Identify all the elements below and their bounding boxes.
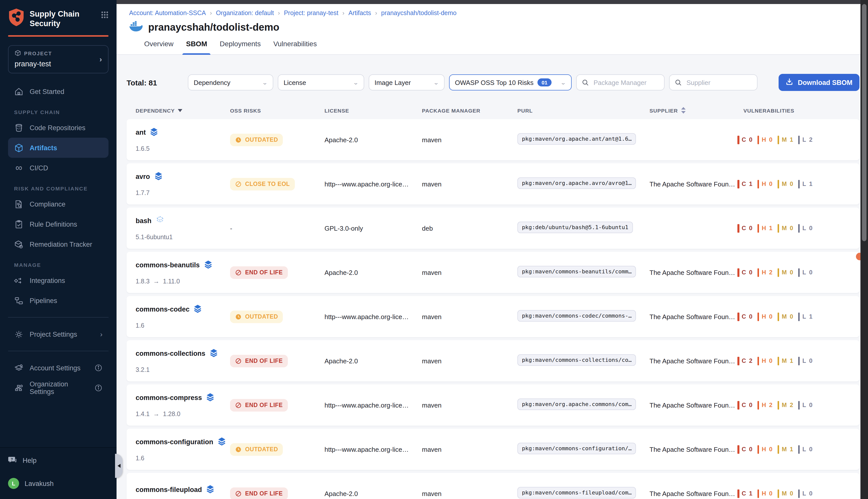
sidebar-item-code-repositories[interactable]: </>Code Repositories xyxy=(8,118,109,138)
breadcrumb-link[interactable]: Organization: default xyxy=(216,10,274,16)
severity-bar xyxy=(737,180,739,188)
slash-circle-icon xyxy=(235,490,241,497)
table-rows: ant 1.6.5 OUTDATED Apache-2.0 maven pkg:… xyxy=(127,119,859,499)
severity-bar xyxy=(737,445,739,453)
page-title: pranaycshah/todolist-demo xyxy=(148,22,279,33)
table-row[interactable]: ant 1.6.5 OUTDATED Apache-2.0 maven pkg:… xyxy=(127,119,859,160)
tab-sbom[interactable]: SBOM xyxy=(186,40,207,54)
sidebar-item-organization-settings[interactable]: Organization Settings xyxy=(8,378,109,398)
column-header-dependency[interactable]: DEPENDENCY xyxy=(136,107,230,113)
dependency-cell: commons-fileupload xyxy=(136,485,230,499)
breadcrumb-link[interactable]: Project: pranay-test xyxy=(284,10,338,16)
severity-letter: M xyxy=(782,136,786,143)
supplier-value: The Apache Software Foun… xyxy=(649,357,735,365)
oss-risk-badge: OUTDATED xyxy=(230,443,283,455)
sidebar-item-get-started[interactable]: Get Started xyxy=(8,82,109,101)
breadcrumb-link[interactable]: Artifacts xyxy=(348,10,371,16)
layers-icon xyxy=(206,393,214,403)
vuln-count-h: H2 xyxy=(757,268,772,277)
vuln-count-c: C1 xyxy=(737,489,753,498)
sidebar-item-ci-cd[interactable]: ∞CI/CD xyxy=(8,158,109,178)
sort-toggle-icon[interactable] xyxy=(681,107,685,113)
nav-item-label: Compliance xyxy=(30,200,65,208)
severity-count: 1 xyxy=(790,357,793,364)
table-row[interactable]: avro 1.7.7 CLOSE TO EOL http---www.apach… xyxy=(127,163,859,205)
oss-risk-badge: END OF LIFE xyxy=(230,354,288,367)
severity-letter: H xyxy=(762,490,766,497)
column-label: LICENSE xyxy=(324,107,349,113)
supplier-value: The Apache Software Foun… xyxy=(649,313,735,320)
dependency-version: 1.7.7 xyxy=(136,189,230,196)
vuln-count-h: H0 xyxy=(757,135,772,144)
version-from: 5.1-6ubuntu1 xyxy=(136,233,173,241)
user-item[interactable]: L Lavakush xyxy=(8,474,109,493)
severity-letter: L xyxy=(803,224,806,232)
severity-count: 0 xyxy=(809,357,813,364)
table-row[interactable]: commons-fileupload END OF LIFE Apache-2.… xyxy=(127,473,859,499)
breadcrumb-link[interactable]: pranaycshah/todolist-demo xyxy=(381,10,457,16)
filter-dropdown-dependency[interactable]: Dependency⌄ xyxy=(188,74,273,90)
vuln-count-c: C0 xyxy=(737,401,753,409)
scrollbar-track[interactable] xyxy=(860,0,868,499)
tab-deployments[interactable]: Deployments xyxy=(220,40,261,54)
layers-icon xyxy=(206,485,214,495)
sidebar-item-integrations[interactable]: Integrations xyxy=(8,270,109,291)
purl-cell: pkg:maven/commons-beanutils/comm… xyxy=(517,266,649,279)
sidebar-item-account-settings[interactable]: Account Settings xyxy=(8,358,109,378)
column-label: DEPENDENCY xyxy=(136,107,175,113)
download-sbom-button[interactable]: Download SBOM xyxy=(779,74,860,91)
column-header-supplier[interactable]: SUPPLIER xyxy=(649,107,743,113)
vuln-count-c: C0 xyxy=(737,224,753,232)
search-input[interactable] xyxy=(685,78,752,87)
divider xyxy=(8,351,109,351)
table-row[interactable]: commons-configuration 1.6 OUTDATED http-… xyxy=(127,429,859,470)
box-tag-icon xyxy=(14,240,24,249)
sidebar-item-artifacts[interactable]: Artifacts xyxy=(8,138,109,158)
filter-dropdown-image-layer[interactable]: Image Layer⌄ xyxy=(369,74,444,90)
scrollbar-thumb[interactable] xyxy=(862,4,867,241)
tab-overview[interactable]: Overview xyxy=(144,40,174,54)
table-row[interactable]: commons-codec 1.6 OUTDATED http---www.ap… xyxy=(127,296,859,337)
license-value: http---www.apache.org-lice… xyxy=(324,313,409,320)
severity-letter: H xyxy=(762,357,766,364)
info-icon xyxy=(95,384,102,392)
sidebar-item-project-settings[interactable]: Project Settings› xyxy=(8,324,109,344)
table-row[interactable]: commons-collections 3.2.1 END OF LIFE Ap… xyxy=(127,340,859,381)
search-icon xyxy=(674,78,682,86)
sidebar-item-remediation-tracker[interactable]: Remediation Tracker xyxy=(8,234,109,254)
user-name: Lavakush xyxy=(25,480,54,487)
slash-circle-icon xyxy=(235,357,241,364)
dependency-name: commons-compress xyxy=(136,394,202,402)
sidebar-item-compliance[interactable]: Compliance xyxy=(8,194,109,214)
severity-letter: L xyxy=(803,490,806,497)
filter-dropdown-owasp-oss-top-10-risks[interactable]: OWASP OSS Top 10 Risks01⌄ xyxy=(449,74,571,90)
oss-risk-cell: END OF LIFE xyxy=(230,354,324,367)
severity-count: 0 xyxy=(769,357,772,364)
sort-descending-icon[interactable] xyxy=(178,109,182,112)
tab-vulnerabilities[interactable]: Vulnerabilities xyxy=(273,40,317,54)
sidebar-collapse-handle[interactable] xyxy=(115,454,123,478)
breadcrumb-link[interactable]: Account: Automation-SSCA xyxy=(129,10,206,16)
vuln-count-m: M1 xyxy=(777,445,793,453)
sidebar-item-pipelines[interactable]: Pipelines xyxy=(8,291,109,311)
table-row[interactable]: commons-compress 1.4.1 → 1.28.0 END OF L… xyxy=(127,385,859,426)
severity-count: 2 xyxy=(790,402,793,409)
supplier-value: The Apache Software Foun… xyxy=(649,490,735,497)
vuln-count-m: M1 xyxy=(777,356,793,365)
table-row[interactable]: bash 5.1-6ubuntu1 - GPL-3.0-only deb pkg… xyxy=(127,208,859,249)
filter-count-badge: 01 xyxy=(537,78,551,86)
help-item[interactable]: ? Help xyxy=(8,451,109,470)
risk-label: END OF LIFE xyxy=(245,402,283,408)
filter-dropdown-license[interactable]: License⌄ xyxy=(277,74,364,90)
project-selector[interactable]: PROJECT pranay-test › xyxy=(8,45,109,73)
search-input[interactable] xyxy=(593,78,659,87)
sidebar-item-rule-definitions[interactable]: Rule Definitions xyxy=(8,214,109,234)
severity-count: 2 xyxy=(769,402,772,409)
package-manager-value: maven xyxy=(422,490,442,498)
severity-bar xyxy=(798,401,800,409)
table-row[interactable]: commons-beanutils 1.8.3 → 1.11.0 END OF … xyxy=(127,252,859,293)
severity-bar xyxy=(737,224,739,232)
module-grid-icon[interactable] xyxy=(101,8,109,21)
severity-count: 0 xyxy=(769,446,772,453)
clock-icon xyxy=(235,446,241,452)
